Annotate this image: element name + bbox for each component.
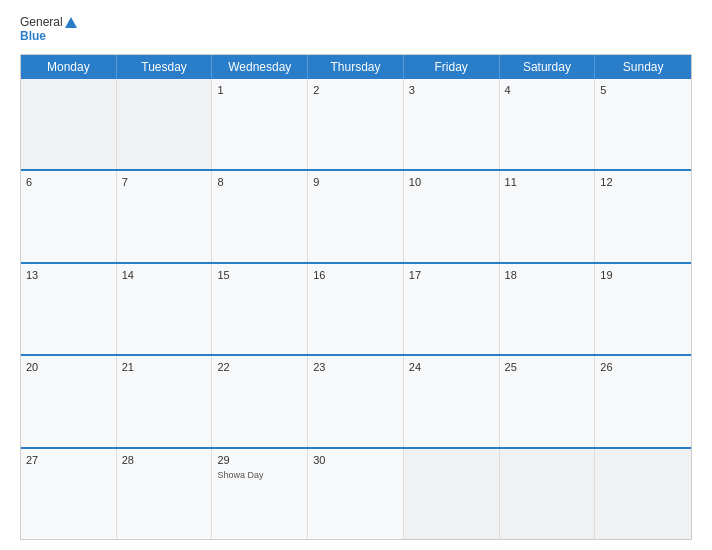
day-number: 10 — [409, 175, 494, 190]
day-cell: 1 — [212, 79, 308, 169]
weekday-headers: MondayTuesdayWednesdayThursdayFridaySatu… — [21, 55, 691, 79]
day-number: 8 — [217, 175, 302, 190]
day-number: 19 — [600, 268, 686, 283]
day-cell: 21 — [117, 356, 213, 446]
day-number: 9 — [313, 175, 398, 190]
day-cell: 22 — [212, 356, 308, 446]
day-cell — [595, 449, 691, 539]
week-row-5: 272829Showa Day30 — [21, 447, 691, 539]
day-event: Showa Day — [217, 470, 302, 480]
day-number: 26 — [600, 360, 686, 375]
day-number: 24 — [409, 360, 494, 375]
weekday-header-monday: Monday — [21, 55, 117, 79]
day-cell: 26 — [595, 356, 691, 446]
day-cell: 3 — [404, 79, 500, 169]
day-number: 23 — [313, 360, 398, 375]
day-number: 21 — [122, 360, 207, 375]
week-row-1: 12345 — [21, 79, 691, 169]
day-cell: 28 — [117, 449, 213, 539]
logo-general-text: General — [20, 15, 63, 29]
weekday-header-friday: Friday — [404, 55, 500, 79]
day-number: 3 — [409, 83, 494, 98]
day-number: 18 — [505, 268, 590, 283]
week-row-3: 13141516171819 — [21, 262, 691, 354]
weekday-header-sunday: Sunday — [595, 55, 691, 79]
day-number: 5 — [600, 83, 686, 98]
weekday-header-wednesday: Wednesday — [212, 55, 308, 79]
day-cell: 20 — [21, 356, 117, 446]
day-cell: 25 — [500, 356, 596, 446]
day-number: 20 — [26, 360, 111, 375]
day-number: 30 — [313, 453, 398, 468]
logo-blue-text: Blue — [20, 29, 46, 43]
day-number: 11 — [505, 175, 590, 190]
day-number: 1 — [217, 83, 302, 98]
day-cell: 16 — [308, 264, 404, 354]
day-cell: 29Showa Day — [212, 449, 308, 539]
day-cell: 4 — [500, 79, 596, 169]
day-cell: 23 — [308, 356, 404, 446]
day-cell — [117, 79, 213, 169]
day-number: 29 — [217, 453, 302, 468]
day-cell: 2 — [308, 79, 404, 169]
day-cell: 19 — [595, 264, 691, 354]
day-number: 4 — [505, 83, 590, 98]
day-cell — [404, 449, 500, 539]
day-cell: 5 — [595, 79, 691, 169]
day-number: 6 — [26, 175, 111, 190]
day-number: 7 — [122, 175, 207, 190]
day-number: 12 — [600, 175, 686, 190]
day-number: 27 — [26, 453, 111, 468]
week-row-2: 6789101112 — [21, 169, 691, 261]
day-cell: 17 — [404, 264, 500, 354]
day-cell: 6 — [21, 171, 117, 261]
day-cell: 11 — [500, 171, 596, 261]
day-number: 2 — [313, 83, 398, 98]
day-number: 14 — [122, 268, 207, 283]
day-cell — [21, 79, 117, 169]
weekday-header-saturday: Saturday — [500, 55, 596, 79]
day-cell: 13 — [21, 264, 117, 354]
day-cell: 10 — [404, 171, 500, 261]
day-number: 28 — [122, 453, 207, 468]
day-number: 25 — [505, 360, 590, 375]
day-cell: 27 — [21, 449, 117, 539]
day-cell: 9 — [308, 171, 404, 261]
week-row-4: 20212223242526 — [21, 354, 691, 446]
day-number: 16 — [313, 268, 398, 283]
calendar-page: General Blue MondayTuesdayWednesdayThurs… — [0, 0, 712, 550]
logo: General Blue — [20, 15, 77, 44]
day-cell: 24 — [404, 356, 500, 446]
weekday-header-thursday: Thursday — [308, 55, 404, 79]
day-cell: 15 — [212, 264, 308, 354]
day-number: 15 — [217, 268, 302, 283]
day-cell: 8 — [212, 171, 308, 261]
weeks-container: 1234567891011121314151617181920212223242… — [21, 79, 691, 539]
day-cell: 14 — [117, 264, 213, 354]
day-number: 17 — [409, 268, 494, 283]
day-cell — [500, 449, 596, 539]
day-cell: 7 — [117, 171, 213, 261]
header: General Blue — [20, 15, 692, 44]
weekday-header-tuesday: Tuesday — [117, 55, 213, 79]
day-number: 22 — [217, 360, 302, 375]
day-cell: 18 — [500, 264, 596, 354]
day-cell: 30 — [308, 449, 404, 539]
day-number: 13 — [26, 268, 111, 283]
day-cell: 12 — [595, 171, 691, 261]
logo-triangle-icon — [65, 17, 77, 28]
calendar-grid: MondayTuesdayWednesdayThursdayFridaySatu… — [20, 54, 692, 540]
